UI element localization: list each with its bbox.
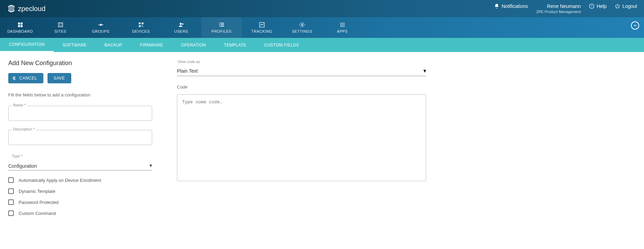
- svg-point-12: [98, 24, 99, 25]
- dashboard-icon: [17, 22, 23, 28]
- apps-icon: [339, 22, 346, 28]
- notifications-label: Notifications: [502, 3, 528, 9]
- checkbox-icon: [8, 188, 14, 194]
- svg-point-28: [301, 24, 303, 26]
- nav-item-label: SITES: [54, 29, 66, 33]
- notifications-button[interactable]: Notifications: [494, 3, 528, 9]
- chevron-down-icon: ▾: [423, 68, 426, 74]
- users-icon: [178, 22, 184, 28]
- nav-settings[interactable]: SETTINGS: [282, 17, 322, 38]
- svg-rect-8: [61, 23, 62, 24]
- svg-point-35: [340, 26, 341, 27]
- svg-rect-16: [139, 25, 140, 27]
- tracking-icon: [259, 22, 265, 28]
- nav-dashboard[interactable]: DASHBOARD: [0, 17, 40, 38]
- nav-item-label: DEVICES: [132, 29, 150, 33]
- collapse-nav-button[interactable]: [631, 21, 639, 30]
- cancel-button[interactable]: CANCEL: [8, 73, 43, 83]
- main-nav: DASHBOARD SITES GROUPS DEVICES USERS PRO…: [0, 17, 644, 38]
- chevron-up-icon: [633, 23, 637, 28]
- user-org: ZPE Product Management: [536, 10, 581, 14]
- subnav-software[interactable]: SOFTWARE: [54, 38, 96, 52]
- subnav-label: BACKUP: [105, 43, 122, 48]
- brand-logo: zpecloud: [7, 4, 45, 13]
- app-header: zpecloud Notifications Rene Neumann ZPE …: [0, 0, 644, 17]
- nav-devices[interactable]: DEVICES: [121, 17, 161, 38]
- nav-apps[interactable]: APPS: [322, 17, 362, 38]
- check-label: Automatically Apply on Device Enrollment: [19, 178, 101, 183]
- type-select[interactable]: Configuration ▾: [8, 158, 152, 170]
- user-name: Rene Neumann: [547, 3, 581, 9]
- view-code-as-select[interactable]: Plain Text ▾: [177, 66, 426, 76]
- subnav-custom-fields[interactable]: CUSTOM FIELDS: [255, 38, 308, 52]
- description-label: Description *: [12, 127, 36, 131]
- name-label: Name *: [12, 103, 27, 107]
- subnav-template[interactable]: TEMPLATE: [215, 38, 255, 52]
- svg-rect-21: [219, 23, 220, 23]
- svg-point-37: [344, 26, 345, 27]
- subnav-backup[interactable]: BACKUP: [96, 38, 131, 52]
- check-password-protected[interactable]: Password Protected: [8, 199, 153, 205]
- svg-rect-10: [61, 25, 62, 26]
- svg-text:?: ?: [591, 4, 593, 8]
- check-custom-command[interactable]: Custom Command: [8, 210, 153, 216]
- brand-logo-icon: [7, 4, 16, 13]
- user-block[interactable]: Rene Neumann ZPE Product Management: [536, 3, 581, 14]
- check-label: Password Protected: [19, 200, 59, 205]
- help-icon: ?: [589, 3, 594, 9]
- sites-icon: [57, 22, 64, 28]
- svg-point-36: [342, 26, 343, 27]
- subnav-label: SOFTWARE: [63, 43, 87, 48]
- description-input[interactable]: [8, 130, 152, 145]
- logout-label: Logout: [622, 3, 637, 9]
- nav-tracking[interactable]: TRACKING: [242, 17, 282, 38]
- svg-point-30: [342, 23, 343, 24]
- checkbox-icon: [8, 199, 14, 205]
- svg-rect-24: [221, 24, 224, 25]
- subnav-operation[interactable]: OPERATION: [172, 38, 215, 52]
- svg-point-34: [344, 24, 345, 25]
- subnav-firmware[interactable]: FIRMWARE: [131, 38, 172, 52]
- check-auto-apply[interactable]: Automatically Apply on Device Enrollment: [8, 177, 153, 183]
- svg-rect-7: [59, 23, 60, 24]
- nav-groups[interactable]: GROUPS: [81, 17, 121, 38]
- bell-icon: [494, 3, 499, 9]
- type-value: Configuration: [8, 163, 37, 169]
- nav-profiles[interactable]: PROFILES: [201, 17, 242, 38]
- brand-name-b: cloud: [29, 5, 45, 12]
- check-label: Custom Command: [19, 211, 56, 216]
- cancel-label: CANCEL: [19, 76, 37, 81]
- svg-rect-15: [141, 22, 143, 24]
- svg-point-33: [342, 24, 343, 25]
- code-input[interactable]: [177, 94, 426, 181]
- save-button[interactable]: SAVE: [47, 73, 71, 83]
- help-button[interactable]: ? Help: [589, 3, 606, 9]
- groups-icon: [98, 22, 104, 28]
- subnav-label: OPERATION: [181, 43, 206, 48]
- nav-sites[interactable]: SITES: [40, 17, 81, 38]
- help-label: Help: [597, 3, 606, 9]
- svg-rect-2: [18, 22, 20, 24]
- power-icon: [615, 3, 620, 9]
- form-column: Add New Configuration CANCEL SAVE Fill t…: [8, 60, 153, 221]
- svg-rect-25: [219, 26, 220, 27]
- svg-point-29: [340, 23, 341, 24]
- subnav-label: TEMPLATE: [224, 43, 246, 48]
- subnav-configuration[interactable]: CONFIGURATION: [0, 38, 54, 52]
- description-field: Description *: [8, 130, 153, 145]
- svg-rect-23: [219, 24, 220, 25]
- sub-nav: CONFIGURATION SOFTWARE BACKUP FIRMWARE O…: [0, 38, 644, 52]
- brand-name: zpecloud: [18, 5, 45, 13]
- page-title: Add New Configuration: [8, 60, 153, 67]
- svg-rect-5: [20, 25, 22, 27]
- nav-item-label: APPS: [337, 29, 348, 33]
- check-dynamic-template[interactable]: Dynamic Template: [8, 188, 153, 194]
- nav-item-label: DASHBOARD: [7, 29, 33, 33]
- logout-button[interactable]: Logout: [615, 3, 637, 9]
- type-label: Type *: [8, 154, 153, 158]
- devices-icon: [138, 22, 144, 28]
- nav-users[interactable]: USERS: [161, 17, 201, 38]
- name-input[interactable]: [8, 106, 152, 121]
- profiles-icon: [219, 22, 225, 28]
- svg-rect-18: [143, 27, 144, 27]
